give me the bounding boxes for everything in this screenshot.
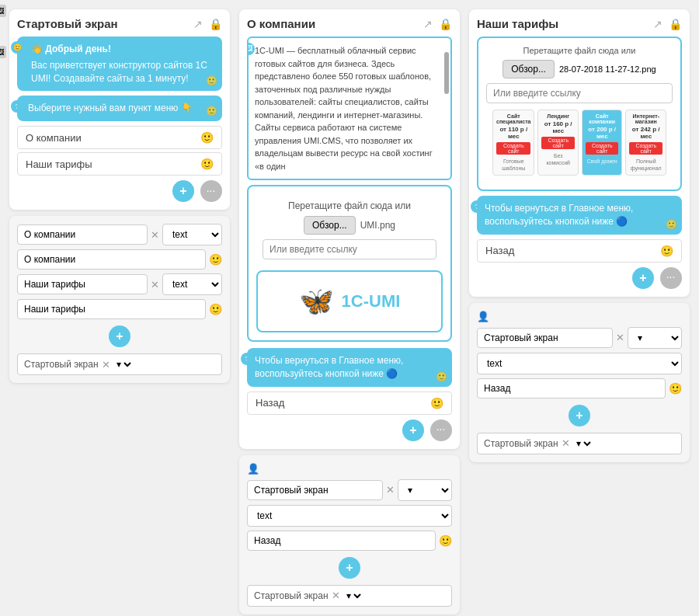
- back-prompt-wrapper-2: ? Чтобы вернуться в Главное меню, воспол…: [247, 348, 452, 387]
- url-input-tarify[interactable]: [486, 83, 673, 103]
- prompt-bubble-wrapper: ? Выберите нужный вам пункт меню 👇 🙂: [17, 96, 222, 121]
- config-subinput-t2[interactable]: [477, 378, 666, 398]
- back-prompt-bubble-3: Чтобы вернуться в Главное меню, воспольз…: [477, 196, 682, 235]
- config-card-tarify: 👤 ✕ ▾ text 🙂 + Стартовый экран ✕ ▾: [469, 303, 690, 462]
- back-label-2: Назад: [256, 397, 284, 409]
- tariff-col-1: Сайт специалиста от 110 р / мес Создать …: [492, 110, 534, 176]
- config-subinput-1[interactable]: [17, 249, 206, 270]
- upload-area-kompanii: Перетащите файл сюда или Обзор... UMI.pn…: [256, 194, 443, 266]
- greeting-text: 👋 Добрый день!: [31, 43, 214, 56]
- more-button-2[interactable]: ···: [430, 419, 452, 441]
- lock-icon[interactable]: 🔒: [209, 18, 222, 30]
- menu-item-tarify[interactable]: Наши тарифы 🙂: [17, 152, 222, 176]
- back-btn-3[interactable]: Назад 🙂: [477, 239, 682, 263]
- back-smile-icon-3: 🙂: [660, 245, 673, 257]
- back-btn-2[interactable]: Назад 🙂: [247, 392, 452, 415]
- config-close-t1[interactable]: ✕: [616, 332, 624, 343]
- tariff-btn-4[interactable]: Создать сайт: [629, 142, 662, 155]
- bottom-close-1[interactable]: ✕: [102, 359, 110, 371]
- config-input-t1[interactable]: [477, 328, 613, 348]
- config-select-1[interactable]: text: [162, 224, 222, 245]
- add-button-2[interactable]: +: [402, 419, 424, 441]
- tariff-col-4: Интернет-магазин от 242 р / мес Создать …: [625, 110, 666, 176]
- config-select-t2[interactable]: text: [477, 353, 682, 374]
- chat-card-kompanii: О компании ↗ 🔒 🖼 1С-UMI — бесплатный обл…: [239, 9, 460, 449]
- add-config-btn-3[interactable]: +: [569, 405, 590, 426]
- bottom-close-3[interactable]: ✕: [562, 437, 570, 449]
- config-input-2[interactable]: [17, 274, 148, 294]
- share-icon-3[interactable]: ↗: [653, 18, 662, 30]
- share-icon-2[interactable]: ↗: [423, 18, 433, 30]
- bottom-select-1[interactable]: ▾: [113, 358, 134, 371]
- config-input-1[interactable]: [17, 224, 148, 245]
- tariff-detail-4: Полный функционал: [629, 158, 662, 172]
- config-subinput-k2[interactable]: [247, 531, 436, 551]
- config-select-2[interactable]: text: [162, 273, 222, 295]
- tariff-btn-2[interactable]: Создать сайт: [541, 137, 575, 149]
- upload-row-tarify: Обзор... 28-07-2018 11-27-12.png: [486, 60, 673, 78]
- config-row-kompanii-2: text: [247, 505, 452, 527]
- add-button-1[interactable]: +: [172, 180, 194, 202]
- config-close-2[interactable]: ✕: [151, 279, 159, 291]
- bottom-select-2[interactable]: ▾: [343, 590, 363, 602]
- config-subrow-2: 🙂: [17, 299, 222, 319]
- add-btn-row-3: +: [477, 405, 682, 426]
- back-prompt-text-3: Чтобы вернуться в Главное меню, воспольз…: [485, 202, 674, 228]
- tariff-price-3: от 200 р / мес: [586, 126, 619, 140]
- drag-label-kompanii: Перетащите файл сюда или: [263, 200, 436, 211]
- config-input-k1[interactable]: [247, 480, 383, 500]
- config-select-k1[interactable]: ▾: [398, 479, 452, 501]
- person-icon-row-3: 👤: [477, 311, 682, 322]
- config-row-2: ✕ text: [17, 273, 222, 295]
- person-icon-row: 👤: [247, 463, 452, 475]
- back-prompt-smile: 🙂: [436, 371, 447, 382]
- config-select-k2[interactable]: text: [247, 505, 452, 527]
- add-config-btn-2[interactable]: +: [339, 557, 360, 579]
- url-input-kompanii[interactable]: [263, 239, 436, 259]
- bottom-item-label-3: Стартовый экран: [484, 438, 558, 449]
- filename-tarify: 28-07-2018 11-27-12.png: [559, 64, 656, 74]
- menu-item-o-kompanii[interactable]: О компании 🙂: [17, 126, 222, 149]
- config-close-1[interactable]: ✕: [151, 229, 159, 241]
- tariff-btn-3[interactable]: Создать сайт: [586, 142, 619, 155]
- back-prompt-text-2: Чтобы вернуться в Главное меню, воспольз…: [255, 354, 444, 381]
- upload-btn-row: Обзор... UMI.png: [263, 216, 436, 235]
- back-smile-2: 🙂: [430, 397, 443, 409]
- bottom-select-3[interactable]: ▾: [573, 437, 593, 450]
- card-icons-2: ↗ 🔒: [423, 18, 452, 30]
- upload-icon-3: 🖼: [0, 46, 6, 58]
- lock-icon-2[interactable]: 🔒: [439, 18, 452, 30]
- filename-kompanii: UMI.png: [360, 220, 395, 231]
- chat-footer-3: + ···: [477, 267, 682, 289]
- chat-footer-1: + ···: [17, 180, 222, 202]
- share-icon[interactable]: ↗: [193, 18, 203, 30]
- config-subrow-t2: 🙂: [477, 378, 682, 398]
- config-close-k1[interactable]: ✕: [386, 484, 395, 496]
- bottom-item-2: Стартовый экран ✕ ▾: [247, 585, 452, 607]
- add-config-btn-1[interactable]: +: [109, 325, 130, 347]
- back-label-3: Назад: [485, 245, 514, 256]
- column-o-kompanii: О компании ↗ 🔒 🖼 1С-UMI — бесплатный обл…: [239, 9, 460, 614]
- browse-btn-kompanii[interactable]: Обзор...: [304, 216, 356, 235]
- config-row-tarify-2: text: [477, 353, 682, 374]
- more-button-3[interactable]: ···: [660, 267, 682, 289]
- lock-icon-3[interactable]: 🔒: [669, 18, 682, 30]
- config-subinput-2[interactable]: [17, 299, 206, 319]
- tariff-col-2: Лендинг от 160 р / мес Создать сайт Без …: [537, 110, 579, 176]
- card-title-startoviy: Стартовый экран: [17, 17, 118, 30]
- bottom-close-2[interactable]: ✕: [332, 590, 340, 601]
- config-select-t1[interactable]: ▾: [628, 327, 682, 349]
- add-btn-row-2: +: [247, 557, 452, 579]
- add-button-3[interactable]: +: [632, 267, 654, 289]
- chat-footer-2: + ···: [247, 419, 452, 441]
- config-smile-t2: 🙂: [669, 382, 682, 395]
- tariff-btn-1[interactable]: Создать сайт: [496, 142, 530, 155]
- kompanii-text: 1С-UMI — бесплатный облачный сервис гото…: [255, 44, 440, 172]
- menu-item-label-2: Наши тарифы: [26, 158, 92, 170]
- tariff-detail-1: Готовые шаблоны: [496, 158, 530, 172]
- tariff-price-1: от 110 р / мес: [496, 126, 530, 140]
- more-button-1[interactable]: ···: [200, 180, 222, 202]
- tariff-detail-3: Свой домен: [586, 158, 619, 165]
- config-smile-1: 🙂: [209, 253, 222, 266]
- browse-btn-tarify[interactable]: Обзор...: [503, 60, 555, 78]
